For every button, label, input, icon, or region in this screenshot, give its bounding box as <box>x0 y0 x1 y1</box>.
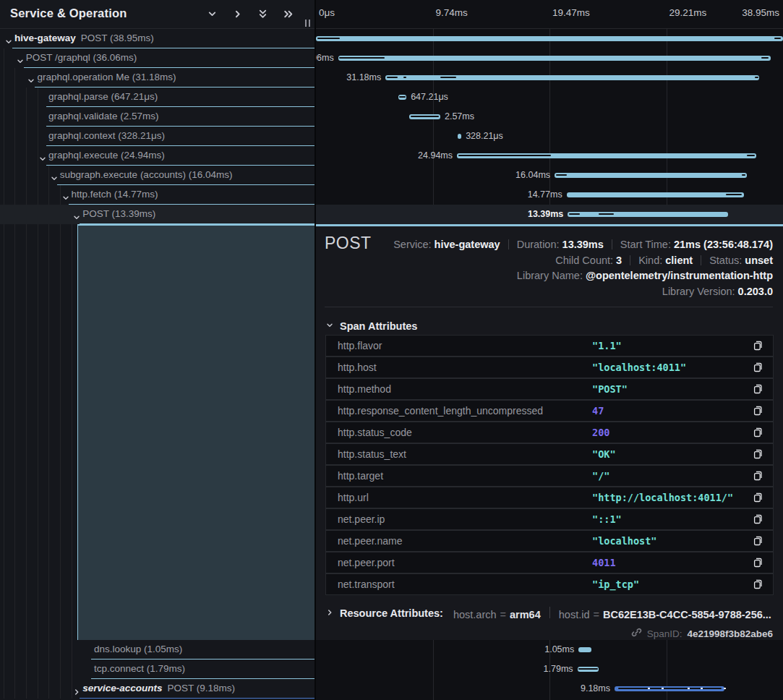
copy-icon[interactable] <box>752 535 764 547</box>
span-row-dns.lookup[interactable]: dns.lookup (1.05ms) <box>0 640 315 660</box>
span-row-graphql.execute[interactable]: graphql.execute (24.94ms) <box>0 146 315 166</box>
copy-icon[interactable] <box>752 340 764 352</box>
attribute-row: http.status_text"OK" <box>326 444 773 464</box>
span-row-POST[interactable]: POST /graphql (36.06ms) <box>0 48 315 68</box>
bar-child-marker <box>440 77 456 78</box>
link-icon[interactable] <box>631 627 642 640</box>
attribute-value: "POST" <box>592 379 628 399</box>
copy-icon[interactable] <box>752 405 764 417</box>
span-duration-bar[interactable] <box>458 134 461 139</box>
field-separator <box>549 607 550 618</box>
chevron-down-icon[interactable] <box>16 54 25 62</box>
span-bar-row[interactable]: 24.94ms <box>316 146 783 166</box>
span-duration-label: 31.18ms <box>346 72 381 83</box>
operation-name: POST /graphql (36.06ms) <box>26 52 137 63</box>
attribute-value: 47 <box>592 401 604 421</box>
span-attributes-toggle[interactable]: Span Attributes <box>325 319 417 333</box>
span-row-graphql.operation[interactable]: graphql.operation Me (31.18ms) <box>0 68 315 88</box>
resource-value: BC62E13B-C4CC-5854-9788-256... <box>603 609 771 620</box>
attribute-key: http.target <box>338 466 383 486</box>
field-separator <box>630 255 630 265</box>
span-bar-row[interactable]: 31.18ms <box>316 68 783 88</box>
span-bar-row[interactable]: 9.18ms <box>316 679 783 699</box>
bar-event-marker <box>648 688 650 689</box>
span-row-POST[interactable]: POST (13.39ms) <box>0 205 315 224</box>
chevron-down-icon[interactable] <box>61 190 70 199</box>
span-row-graphql.parse[interactable]: graphql.parse (647.21μs) <box>0 88 315 107</box>
column-resize-grip[interactable] <box>305 20 310 27</box>
detail-field-value: 0.203.0 <box>738 286 773 297</box>
chevron-down-icon[interactable] <box>50 171 59 179</box>
span-row-graphql.validate[interactable]: graphql.validate (2.57ms) <box>0 107 315 127</box>
timeline-tick-label: 9.74ms <box>436 7 468 18</box>
span-duration-bar[interactable] <box>555 173 747 178</box>
attribute-value: "1.1" <box>592 336 622 356</box>
span-row-http.fetch[interactable]: http.fetch (14.77ms) <box>0 185 315 205</box>
span-row-tcp.connect[interactable]: tcp.connect (1.79ms) <box>0 660 315 679</box>
detail-field-value: 3 <box>616 255 622 266</box>
service-operation-header: Service & Operation <box>0 0 315 29</box>
detail-divider <box>325 307 773 307</box>
span-bar-row[interactable]: 1.05ms <box>316 640 783 660</box>
detail-field-label: Kind: <box>638 255 665 266</box>
copy-icon[interactable] <box>752 383 764 396</box>
attribute-row: http.response_content_length_uncompresse… <box>326 401 773 421</box>
span-bar-row[interactable]: 2.57ms <box>316 107 783 127</box>
chevron-right-icon[interactable] <box>72 684 81 693</box>
detail-field-value: @opentelemetry/instrumentation-http <box>586 270 773 281</box>
resource-attribute: host.arch=arm64 <box>453 609 541 620</box>
span-bar-row[interactable]: 328.21μs <box>316 127 783 146</box>
double-chevron-right-icon[interactable] <box>280 6 296 22</box>
chevron-down-icon[interactable] <box>72 210 81 218</box>
span-bar-row[interactable]: 36.06ms <box>316 48 783 68</box>
span-bar-row[interactable] <box>316 29 783 48</box>
service-name: hive-gateway <box>14 33 76 43</box>
timeline-tick-label: 29.21ms <box>669 7 707 18</box>
chevron-down-icon[interactable] <box>204 6 220 22</box>
attribute-key: http.status_text <box>338 444 406 464</box>
chevron-down-icon[interactable] <box>38 151 47 160</box>
detail-field-value: 21ms (23:56:48.174) <box>674 239 773 250</box>
span-bar-row[interactable]: 13.39ms <box>316 205 783 224</box>
bar-child-marker <box>747 155 755 156</box>
span-bar-row[interactable]: 14.77ms <box>316 185 783 205</box>
operation-name: graphql.context (328.21μs) <box>48 130 165 141</box>
span-duration-label: 2.57ms <box>445 111 474 122</box>
bar-child-marker <box>755 77 758 78</box>
span-bar-row[interactable]: 647.21μs <box>316 88 783 107</box>
resource-value: arm64 <box>510 609 541 620</box>
detail-overview-line: Library Version: 0.203.0 <box>662 284 773 299</box>
bar-child-marker <box>578 668 598 670</box>
span-bar-row[interactable]: 16.04ms <box>316 166 783 185</box>
span-duration-bar[interactable] <box>578 647 591 652</box>
span-row-graphql.context[interactable]: graphql.context (328.21μs) <box>0 127 315 146</box>
copy-icon[interactable] <box>752 448 764 461</box>
span-duration-bar[interactable] <box>338 56 771 61</box>
chevron-down-icon[interactable] <box>4 34 13 43</box>
span-duration-label: 328.21μs <box>466 131 503 142</box>
span-row-hive-gateway[interactable]: hive-gatewayPOST (38.95ms) <box>0 29 315 48</box>
attribute-value: "localhost:4011" <box>592 357 686 377</box>
detail-overview-line: Service: hive-gatewayDuration: 13.39msSt… <box>393 237 773 252</box>
span-duration-bar[interactable] <box>316 36 783 41</box>
resource-attributes-row[interactable]: Resource Attributes: host.arch=arm64host… <box>325 605 771 621</box>
copy-icon[interactable] <box>752 579 764 591</box>
span-row-service-accounts[interactable]: service-accountsPOST (9.18ms) <box>0 679 315 699</box>
span-duration-bar[interactable] <box>568 212 728 217</box>
copy-icon[interactable] <box>752 362 764 374</box>
bar-child-marker <box>742 174 745 176</box>
copy-icon[interactable] <box>752 513 764 526</box>
copy-icon[interactable] <box>752 470 764 482</box>
chevron-right-icon[interactable] <box>229 6 245 22</box>
attribute-key: net.transport <box>338 574 395 594</box>
span-row-subgraph.execute[interactable]: subgraph.execute (accounts) (16.04ms) <box>0 166 315 185</box>
operation-name: graphql.validate (2.57ms) <box>48 111 158 121</box>
copy-icon[interactable] <box>752 557 764 569</box>
copy-icon[interactable] <box>752 427 764 439</box>
span-bar-row[interactable]: 1.79ms <box>316 660 783 679</box>
span-detail-title: POST <box>325 234 372 253</box>
double-chevron-down-icon[interactable] <box>254 6 270 22</box>
copy-icon[interactable] <box>752 492 764 504</box>
chevron-down-icon[interactable] <box>27 73 35 82</box>
span-duration-bar[interactable] <box>567 192 744 197</box>
